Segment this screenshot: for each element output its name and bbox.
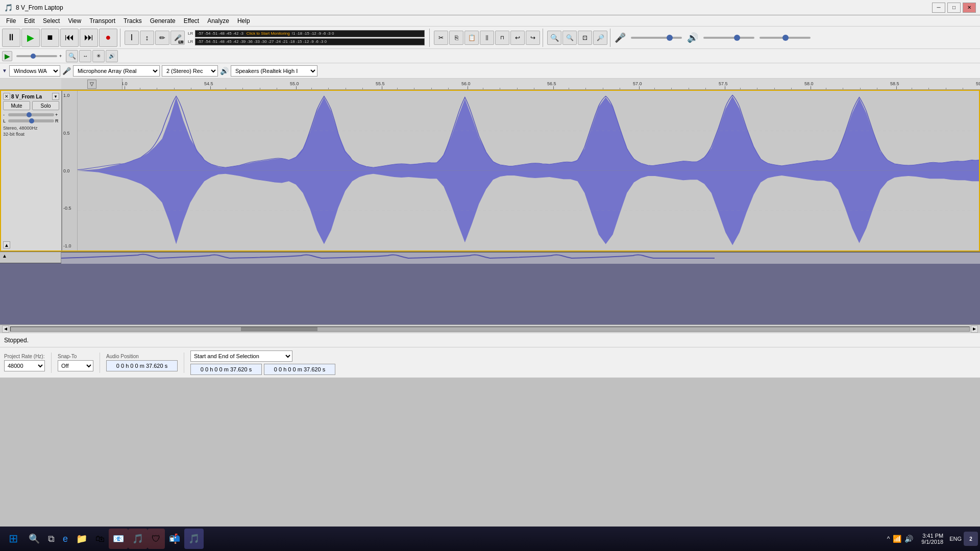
tool-multi-btn[interactable]: ✳ (92, 50, 105, 62)
project-rate-select[interactable]: 48000 (4, 360, 45, 371)
speaker-select[interactable]: Speakers (Realtek High I (231, 65, 317, 77)
pan-slider[interactable] (8, 119, 54, 122)
store-button[interactable]: 🛍 (91, 529, 109, 549)
mute-button[interactable]: Mute (3, 101, 30, 110)
task-view-button[interactable]: ⧉ (44, 529, 59, 549)
store-icon: 🛍 (95, 534, 105, 544)
menu-analyze[interactable]: Analyze (203, 16, 233, 26)
scroll-track[interactable] (10, 327, 970, 332)
vu-monitor-label[interactable]: Click to Start Monitoring (246, 31, 291, 36)
start-button[interactable]: ⊞ (2, 529, 24, 549)
menu-effect[interactable]: Effect (180, 16, 203, 26)
input-volume-thumb[interactable] (667, 35, 673, 41)
track-info-line1: Stereo, 48000Hz (3, 126, 59, 132)
snap-to-select[interactable]: Off (58, 360, 93, 371)
close-button[interactable]: ✕ (963, 3, 976, 13)
output-volume-thumb[interactable] (734, 35, 740, 41)
zoom-in-button[interactable]: 🔍 (547, 31, 561, 45)
network-icon[interactable]: 📶 (893, 535, 901, 543)
channels-select[interactable]: 2 (Stereo) Rec (162, 65, 218, 77)
mic-select[interactable]: Microphone Array (Real (73, 65, 160, 77)
menu-file[interactable]: File (2, 16, 20, 26)
stop-button[interactable]: ■ (41, 29, 59, 47)
file-explorer-button[interactable]: 📁 (72, 529, 91, 549)
vu-track-top[interactable]: -57 -54 -51 -48 -45 -42 -3 Click to Star… (195, 30, 425, 37)
undo-button[interactable]: ↩ (510, 31, 525, 45)
audio-pos-input[interactable] (106, 360, 178, 371)
zoom-fit-button[interactable]: ⊡ (578, 31, 592, 45)
copy-button[interactable]: ⎘ (449, 31, 463, 45)
audacity-button[interactable]: 🎵 (184, 529, 204, 549)
selection-start-input[interactable] (190, 364, 262, 375)
gain-thumb[interactable] (27, 112, 32, 117)
zoom-sel-button[interactable]: 🔎 (593, 31, 607, 45)
track-close-button[interactable]: ✕ (3, 93, 10, 100)
mute-solo-row: Mute Solo (3, 101, 59, 110)
vu-track-bot[interactable]: -57 -54 -51 -48 -45 -42 -39 -36 -33 -30 … (195, 38, 425, 45)
speed-slider[interactable] (16, 55, 57, 57)
gain-slider[interactable] (8, 113, 54, 116)
output-volume-slider[interactable] (703, 37, 754, 39)
mail-button[interactable]: 📧 (109, 529, 128, 549)
edge-icon: e (63, 534, 68, 544)
minimap-collapse-btn[interactable]: ▲ (0, 252, 9, 260)
pause-button[interactable]: ⏸ (2, 29, 20, 47)
cut-button[interactable]: ✂ (434, 31, 448, 45)
next-button[interactable]: ⏭ (80, 29, 98, 47)
pitch-slider[interactable] (760, 37, 811, 39)
music-button[interactable]: 🎵 (128, 529, 148, 549)
menu-select[interactable]: Select (39, 16, 64, 26)
menu-help[interactable]: Help (233, 16, 254, 26)
menu-edit[interactable]: Edit (20, 16, 39, 26)
pan-thumb[interactable] (29, 118, 34, 123)
edge-button[interactable]: e (59, 529, 72, 549)
search-button[interactable]: 🔍 (24, 529, 44, 549)
pencil-tool-button[interactable]: ✏ (155, 31, 169, 45)
menu-view[interactable]: View (64, 16, 85, 26)
select-tool-button[interactable]: I (125, 31, 139, 45)
record-button[interactable]: ● (99, 29, 117, 47)
tool-speaker-btn[interactable]: 🔊 (106, 50, 118, 62)
ruler-home-button[interactable]: ▽ (87, 80, 96, 89)
scroll-right-button[interactable]: ▶ (971, 325, 978, 333)
play-cursor-btn[interactable]: ▶ (2, 51, 12, 61)
scroll-left-button[interactable]: ◀ (2, 325, 9, 333)
track-collapse-button[interactable]: ▲ (3, 241, 10, 248)
trim-button[interactable]: || (480, 31, 494, 45)
selection-mode-select[interactable]: Start and End of Selection (190, 350, 292, 362)
toolbar-main: ⏸ ▶ ■ ⏮ ⏭ ● I ↕ ✏ 🎤 LR LR -57 -54 -51 -4… (0, 27, 980, 49)
menu-tracks[interactable]: Tracks (119, 16, 146, 26)
prev-button[interactable]: ⏮ (60, 29, 79, 47)
ruler-inner[interactable]: 54.054.555.055.556.056.557.057.558.058.5… (122, 79, 980, 89)
minimize-button[interactable]: ─ (932, 3, 945, 13)
envelope-tool-button[interactable]: ↕ (140, 31, 154, 45)
solo-button[interactable]: Solo (32, 101, 59, 110)
track-waveform[interactable]: 1.0 0.5 0.0 -0.5 -1.0 (62, 91, 979, 251)
shield-button[interactable]: 🛡 (148, 529, 165, 549)
pitch-thumb[interactable] (782, 35, 789, 41)
paste-button[interactable]: 📋 (464, 31, 479, 45)
menu-transport[interactable]: Transport (85, 16, 119, 26)
maximize-button[interactable]: □ (947, 3, 961, 13)
zoom-out-button[interactable]: 🔍 (562, 31, 577, 45)
minimap[interactable] (61, 252, 980, 263)
silence-button[interactable]: ⊓ (495, 31, 509, 45)
tool-pan-btn[interactable]: ↔ (79, 50, 91, 62)
tool-zoom-btn[interactable]: 🔍 (66, 50, 78, 62)
volume-icon[interactable]: 🔊 (904, 535, 913, 543)
host-dropdown-arrow: ▼ (2, 68, 7, 73)
host-select[interactable]: Windows WA (9, 65, 60, 77)
mic-icon-button[interactable]: 🎤 LR (170, 31, 185, 45)
speed-thumb[interactable] (31, 54, 36, 59)
track-dropdown-button[interactable]: ▼ (52, 93, 59, 100)
play-button[interactable]: ▶ (21, 29, 40, 47)
selection-end-input[interactable] (264, 364, 335, 375)
input-volume-slider[interactable] (631, 37, 682, 39)
scroll-thumb[interactable] (241, 327, 317, 331)
clock-display[interactable]: 3:41 PM 9/1/2018 (917, 533, 947, 545)
tray-expand-icon[interactable]: ^ (887, 535, 890, 542)
redo-button[interactable]: ↪ (526, 31, 540, 45)
notification-button[interactable]: 2 (964, 532, 978, 546)
email2-button[interactable]: 📬 (165, 529, 184, 549)
menu-generate[interactable]: Generate (146, 16, 180, 26)
